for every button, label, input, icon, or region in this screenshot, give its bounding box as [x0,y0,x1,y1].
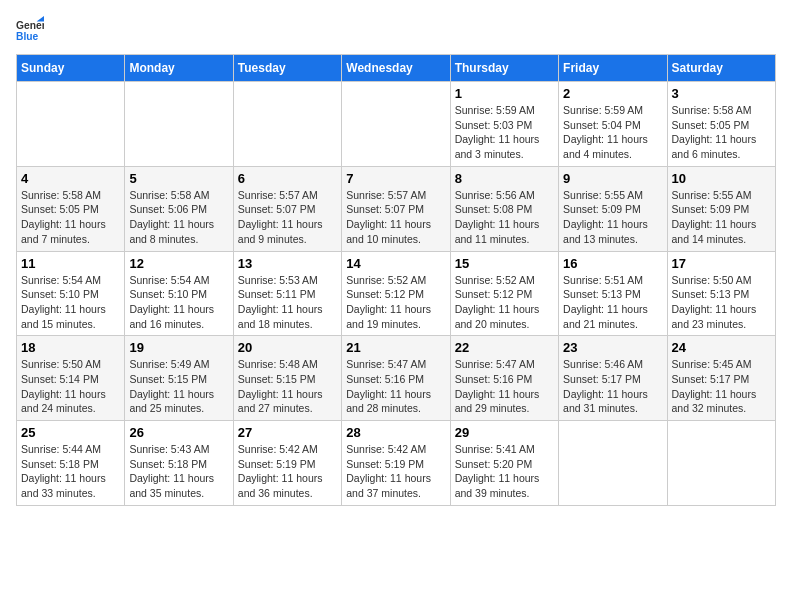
calendar-header-row: SundayMondayTuesdayWednesdayThursdayFrid… [17,55,776,82]
header-tuesday: Tuesday [233,55,341,82]
calendar-cell: 17Sunrise: 5:50 AMSunset: 5:13 PMDayligh… [667,251,775,336]
header-monday: Monday [125,55,233,82]
calendar-cell: 13Sunrise: 5:53 AMSunset: 5:11 PMDayligh… [233,251,341,336]
day-number: 1 [455,86,554,101]
day-info: Sunrise: 5:52 AMSunset: 5:12 PMDaylight:… [455,273,554,332]
calendar-cell: 19Sunrise: 5:49 AMSunset: 5:15 PMDayligh… [125,336,233,421]
calendar-cell: 22Sunrise: 5:47 AMSunset: 5:16 PMDayligh… [450,336,558,421]
day-info: Sunrise: 5:48 AMSunset: 5:15 PMDaylight:… [238,357,337,416]
calendar-cell: 9Sunrise: 5:55 AMSunset: 5:09 PMDaylight… [559,166,667,251]
day-number: 21 [346,340,445,355]
day-info: Sunrise: 5:42 AMSunset: 5:19 PMDaylight:… [238,442,337,501]
header: General Blue [16,16,776,44]
logo: General Blue [16,16,44,44]
day-number: 2 [563,86,662,101]
calendar-cell: 25Sunrise: 5:44 AMSunset: 5:18 PMDayligh… [17,421,125,506]
calendar-cell: 7Sunrise: 5:57 AMSunset: 5:07 PMDaylight… [342,166,450,251]
day-number: 4 [21,171,120,186]
calendar-cell: 15Sunrise: 5:52 AMSunset: 5:12 PMDayligh… [450,251,558,336]
day-number: 14 [346,256,445,271]
calendar-cell [342,82,450,167]
day-number: 29 [455,425,554,440]
header-saturday: Saturday [667,55,775,82]
calendar-table: SundayMondayTuesdayWednesdayThursdayFrid… [16,54,776,506]
day-number: 27 [238,425,337,440]
logo-icon: General Blue [16,16,44,44]
day-info: Sunrise: 5:56 AMSunset: 5:08 PMDaylight:… [455,188,554,247]
day-info: Sunrise: 5:44 AMSunset: 5:18 PMDaylight:… [21,442,120,501]
calendar-cell [233,82,341,167]
week-row-2: 11Sunrise: 5:54 AMSunset: 5:10 PMDayligh… [17,251,776,336]
day-number: 18 [21,340,120,355]
day-number: 25 [21,425,120,440]
day-info: Sunrise: 5:58 AMSunset: 5:05 PMDaylight:… [672,103,771,162]
calendar-cell: 1Sunrise: 5:59 AMSunset: 5:03 PMDaylight… [450,82,558,167]
calendar-cell [125,82,233,167]
calendar-cell: 29Sunrise: 5:41 AMSunset: 5:20 PMDayligh… [450,421,558,506]
day-info: Sunrise: 5:45 AMSunset: 5:17 PMDaylight:… [672,357,771,416]
day-number: 12 [129,256,228,271]
day-number: 26 [129,425,228,440]
day-info: Sunrise: 5:52 AMSunset: 5:12 PMDaylight:… [346,273,445,332]
day-number: 17 [672,256,771,271]
calendar-cell: 2Sunrise: 5:59 AMSunset: 5:04 PMDaylight… [559,82,667,167]
calendar-cell: 4Sunrise: 5:58 AMSunset: 5:05 PMDaylight… [17,166,125,251]
calendar-cell: 18Sunrise: 5:50 AMSunset: 5:14 PMDayligh… [17,336,125,421]
calendar-cell: 14Sunrise: 5:52 AMSunset: 5:12 PMDayligh… [342,251,450,336]
day-info: Sunrise: 5:53 AMSunset: 5:11 PMDaylight:… [238,273,337,332]
day-number: 13 [238,256,337,271]
calendar-cell: 28Sunrise: 5:42 AMSunset: 5:19 PMDayligh… [342,421,450,506]
calendar-cell: 10Sunrise: 5:55 AMSunset: 5:09 PMDayligh… [667,166,775,251]
day-info: Sunrise: 5:59 AMSunset: 5:04 PMDaylight:… [563,103,662,162]
day-info: Sunrise: 5:43 AMSunset: 5:18 PMDaylight:… [129,442,228,501]
day-number: 6 [238,171,337,186]
header-friday: Friday [559,55,667,82]
calendar-cell [17,82,125,167]
day-number: 3 [672,86,771,101]
calendar-cell: 20Sunrise: 5:48 AMSunset: 5:15 PMDayligh… [233,336,341,421]
calendar-cell: 12Sunrise: 5:54 AMSunset: 5:10 PMDayligh… [125,251,233,336]
calendar-cell: 3Sunrise: 5:58 AMSunset: 5:05 PMDaylight… [667,82,775,167]
day-number: 10 [672,171,771,186]
day-number: 22 [455,340,554,355]
calendar-cell: 27Sunrise: 5:42 AMSunset: 5:19 PMDayligh… [233,421,341,506]
day-info: Sunrise: 5:54 AMSunset: 5:10 PMDaylight:… [21,273,120,332]
header-thursday: Thursday [450,55,558,82]
header-wednesday: Wednesday [342,55,450,82]
calendar-cell: 23Sunrise: 5:46 AMSunset: 5:17 PMDayligh… [559,336,667,421]
week-row-1: 4Sunrise: 5:58 AMSunset: 5:05 PMDaylight… [17,166,776,251]
calendar-cell [667,421,775,506]
day-number: 11 [21,256,120,271]
calendar-cell: 24Sunrise: 5:45 AMSunset: 5:17 PMDayligh… [667,336,775,421]
svg-text:Blue: Blue [16,31,39,42]
day-info: Sunrise: 5:58 AMSunset: 5:06 PMDaylight:… [129,188,228,247]
day-info: Sunrise: 5:49 AMSunset: 5:15 PMDaylight:… [129,357,228,416]
day-number: 28 [346,425,445,440]
day-number: 15 [455,256,554,271]
day-info: Sunrise: 5:57 AMSunset: 5:07 PMDaylight:… [238,188,337,247]
week-row-4: 25Sunrise: 5:44 AMSunset: 5:18 PMDayligh… [17,421,776,506]
day-number: 16 [563,256,662,271]
calendar-cell [559,421,667,506]
week-row-0: 1Sunrise: 5:59 AMSunset: 5:03 PMDaylight… [17,82,776,167]
calendar-cell: 5Sunrise: 5:58 AMSunset: 5:06 PMDaylight… [125,166,233,251]
day-info: Sunrise: 5:47 AMSunset: 5:16 PMDaylight:… [346,357,445,416]
day-number: 20 [238,340,337,355]
calendar-cell: 11Sunrise: 5:54 AMSunset: 5:10 PMDayligh… [17,251,125,336]
day-info: Sunrise: 5:47 AMSunset: 5:16 PMDaylight:… [455,357,554,416]
day-info: Sunrise: 5:46 AMSunset: 5:17 PMDaylight:… [563,357,662,416]
day-number: 7 [346,171,445,186]
day-info: Sunrise: 5:55 AMSunset: 5:09 PMDaylight:… [672,188,771,247]
day-info: Sunrise: 5:50 AMSunset: 5:13 PMDaylight:… [672,273,771,332]
day-info: Sunrise: 5:41 AMSunset: 5:20 PMDaylight:… [455,442,554,501]
day-number: 5 [129,171,228,186]
week-row-3: 18Sunrise: 5:50 AMSunset: 5:14 PMDayligh… [17,336,776,421]
day-number: 8 [455,171,554,186]
day-info: Sunrise: 5:59 AMSunset: 5:03 PMDaylight:… [455,103,554,162]
calendar-cell: 8Sunrise: 5:56 AMSunset: 5:08 PMDaylight… [450,166,558,251]
calendar-body: 1Sunrise: 5:59 AMSunset: 5:03 PMDaylight… [17,82,776,506]
day-number: 23 [563,340,662,355]
day-info: Sunrise: 5:50 AMSunset: 5:14 PMDaylight:… [21,357,120,416]
day-number: 9 [563,171,662,186]
day-info: Sunrise: 5:42 AMSunset: 5:19 PMDaylight:… [346,442,445,501]
